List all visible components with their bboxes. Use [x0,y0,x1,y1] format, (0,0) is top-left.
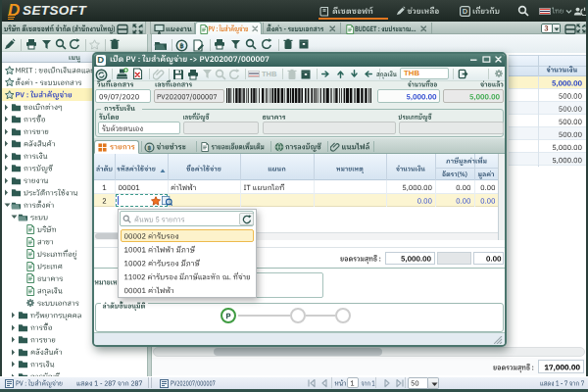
svg-text:D: D [463,7,468,16]
svg-text:฿: ฿ [179,42,184,50]
svg-text:฿: ฿ [148,144,152,150]
